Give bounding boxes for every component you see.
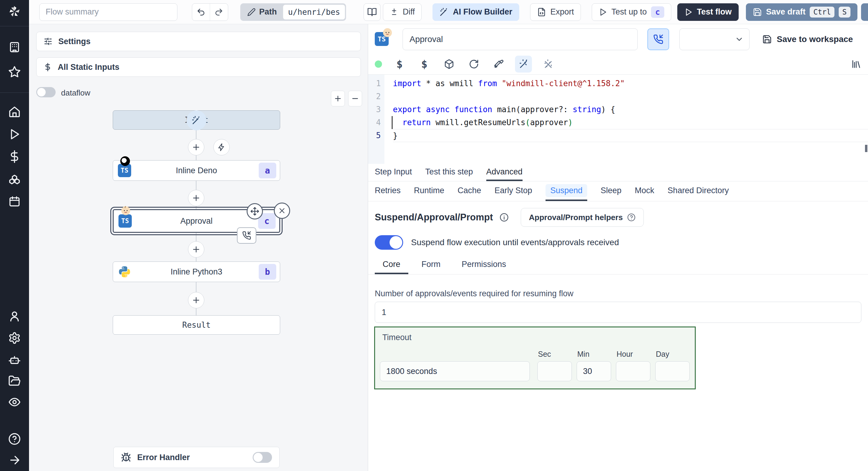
sliders-icon	[43, 36, 53, 46]
refresh-icon[interactable]	[465, 56, 483, 72]
approvals-count-input[interactable]	[375, 302, 861, 323]
calendar-icon[interactable]	[7, 194, 22, 209]
approval-prompt-helpers-button[interactable]: Approval/Prompt helpers	[521, 208, 644, 227]
tab-mock[interactable]: Mock	[635, 181, 654, 201]
tab-shared-directory[interactable]: Shared Directory	[668, 181, 729, 201]
timeout-day-input[interactable]	[655, 361, 690, 381]
add-step-button[interactable]	[188, 292, 204, 308]
delete-step-button[interactable]	[274, 203, 290, 219]
add-step-button[interactable]	[188, 139, 204, 155]
tab-sleep[interactable]: Sleep	[600, 181, 621, 201]
dataflow-toggle[interactable]	[36, 87, 56, 97]
suspend-toggle-row: Suspend flow execution until events/appr…	[375, 235, 619, 250]
home-icon[interactable]	[7, 105, 22, 119]
error-handler-bar[interactable]: Error Handler	[113, 447, 280, 468]
diff-button[interactable]: Diff	[383, 3, 422, 21]
timeout-sec-input[interactable]	[537, 361, 572, 381]
arrow-right-icon[interactable]	[7, 453, 22, 467]
step-name-input[interactable]	[403, 28, 638, 50]
flow-summary-input[interactable]	[39, 3, 178, 21]
play-icon[interactable]	[7, 127, 22, 142]
unit-label-day: Day	[656, 350, 669, 358]
star-icon[interactable]	[7, 65, 22, 79]
tab-form[interactable]: Form	[414, 256, 448, 274]
tab-retries[interactable]: Retries	[375, 181, 401, 201]
all-static-inputs-button[interactable]: All Static Inputs	[36, 57, 361, 77]
dollar-icon[interactable]: $	[416, 56, 433, 72]
tab-advanced[interactable]: Advanced	[486, 164, 523, 181]
ai-flow-builder-button[interactable]: AI Flow Builder	[433, 3, 519, 21]
ai-wand-icon[interactable]	[515, 56, 532, 72]
move-step-button[interactable]	[247, 203, 263, 219]
test-up-to-button[interactable]: Test up to c	[592, 3, 671, 21]
paintbrush-icon[interactable]	[490, 56, 507, 72]
dollar-icon[interactable]: $	[391, 56, 408, 72]
tab-runtime[interactable]: Runtime	[414, 181, 444, 201]
tab-step-input[interactable]: Step Input	[375, 164, 412, 181]
step-detail-panel: TS Save to workspace $ $	[368, 24, 868, 471]
path-button[interactable]: Path u/henri/bes	[240, 3, 346, 21]
dataflow-label: dataflow	[61, 88, 90, 98]
bug-icon	[121, 452, 131, 463]
tab-early-stop[interactable]: Early Stop	[494, 181, 532, 201]
test-flow-button[interactable]: Test flow	[677, 3, 739, 21]
tab-cache[interactable]: Cache	[458, 181, 481, 201]
line-number: 5	[368, 129, 381, 142]
flow-node-python[interactable]: Inline Python3 b	[113, 262, 280, 282]
redo-button[interactable]	[210, 4, 227, 21]
building-icon[interactable]	[7, 40, 22, 54]
code-editor[interactable]: 12345 import * as wmill from "windmill-c…	[368, 75, 868, 164]
timeout-hour-input[interactable]	[616, 361, 650, 381]
add-trigger-button[interactable]	[213, 139, 230, 155]
typescript-icon: TS	[119, 214, 132, 228]
suspend-toggle[interactable]	[375, 235, 403, 250]
robot-icon[interactable]	[7, 353, 22, 367]
error-handler-toggle[interactable]	[253, 452, 272, 463]
book-button[interactable]	[364, 3, 380, 21]
section-title: Suspend/Approval/Prompt	[375, 212, 493, 223]
suspend-phone-badge[interactable]	[237, 227, 256, 244]
tab-test-this-step[interactable]: Test this step	[425, 164, 473, 181]
add-step-button[interactable]	[188, 241, 204, 258]
line-number: 4	[368, 116, 381, 129]
gear-icon[interactable]	[7, 331, 22, 345]
timeout-summary-input[interactable]	[380, 361, 530, 381]
typescript-icon: TS	[375, 32, 389, 46]
line-number: 1	[368, 77, 381, 90]
code-lines[interactable]: import * as wmill from "windmill-client@…	[384, 75, 868, 164]
export-button[interactable]: Export	[530, 3, 581, 21]
tab-permissions[interactable]: Permissions	[454, 256, 514, 274]
code-line: return wmill.getResumeUrls(approver)	[393, 116, 868, 129]
windmill-logo-icon[interactable]	[7, 4, 22, 19]
tab-suspend[interactable]: Suspend	[546, 181, 588, 201]
timeout-min-input[interactable]	[577, 361, 611, 381]
ai-wand-button[interactable]	[186, 110, 207, 130]
folder-open-icon[interactable]	[7, 374, 22, 388]
flow-node-deno[interactable]: TS Inline Deno a	[113, 160, 280, 181]
ai-wand-off-icon[interactable]	[540, 56, 557, 72]
eye-icon[interactable]	[7, 395, 22, 409]
info-icon[interactable]	[500, 213, 509, 222]
dollar-icon[interactable]	[7, 149, 22, 164]
add-step-button[interactable]	[188, 190, 204, 206]
editor-scrollbar[interactable]	[865, 145, 867, 152]
unit-label-min: Min	[577, 350, 589, 358]
step-header: TS Save to workspace	[375, 28, 861, 50]
tab-core[interactable]: Core	[375, 256, 408, 274]
zoom-out-button[interactable]	[348, 91, 362, 107]
library-icon[interactable]	[851, 59, 861, 69]
flow-settings-button[interactable]: Settings	[36, 32, 361, 51]
help-circle-icon[interactable]	[7, 432, 22, 446]
zoom-in-button[interactable]	[331, 91, 345, 107]
save-draft-button[interactable]: Save draft Ctrl S	[746, 3, 858, 21]
package-icon[interactable]	[441, 56, 458, 72]
trigger-select[interactable]	[679, 28, 749, 50]
cubes-icon[interactable]	[7, 172, 22, 186]
save-to-workspace-button[interactable]: Save to workspace	[762, 28, 853, 50]
flow-node-result[interactable]: Result	[113, 315, 280, 335]
suspend-section-header: Suspend/Approval/Prompt Approval/Prompt …	[375, 208, 644, 227]
user-icon[interactable]	[7, 309, 22, 323]
suspend-phone-button[interactable]	[647, 28, 669, 50]
partial-button[interactable]	[861, 3, 868, 21]
undo-button[interactable]	[192, 4, 210, 21]
